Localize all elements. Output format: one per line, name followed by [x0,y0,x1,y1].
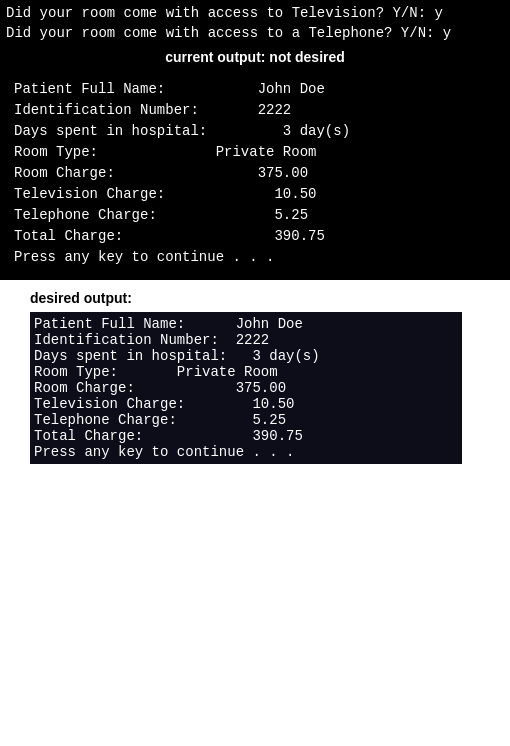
current-tv-charge: Television Charge: 10.50 [14,184,496,205]
current-continue: Press any key to continue . . . [14,247,496,268]
question-line2: Did your room come with access to a Tele… [6,25,451,41]
desired-tv-charge: Television Charge: 10.50 [34,396,458,412]
current-room-type: Room Type: Private Room [14,142,496,163]
white-area: desired output: Patient Full Name: John … [0,280,510,472]
desired-output-box: Patient Full Name: John Doe Identificati… [30,312,462,464]
question-line1: Did your room come with access to Televi… [6,5,443,21]
desired-continue: Press any key to continue . . . [34,444,458,460]
desired-tel-charge: Telephone Charge: 5.25 [34,412,458,428]
current-tel-charge: Telephone Charge: 5.25 [14,205,496,226]
current-output-label: current output: not desired [6,49,504,65]
question-lines: Did your room come with access to Televi… [6,4,504,43]
desired-room-charge: Room Charge: 375.00 [34,380,458,396]
current-days: Days spent in hospital: 3 day(s) [14,121,496,142]
current-room-charge: Room Charge: 375.00 [14,163,496,184]
current-patient-name: Patient Full Name: John Doe [14,79,496,100]
current-output-box: Patient Full Name: John Doe Identificati… [10,75,500,272]
desired-days: Days spent in hospital: 3 day(s) [34,348,458,364]
desired-room-type: Room Type: Private Room [34,364,458,380]
top-section: Did your room come with access to Televi… [0,0,510,280]
desired-output-label: desired output: [30,290,510,306]
desired-id: Identification Number: 2222 [34,332,458,348]
desired-total-charge: Total Charge: 390.75 [34,428,458,444]
current-total-charge: Total Charge: 390.75 [14,226,496,247]
desired-patient-name: Patient Full Name: John Doe [34,316,458,332]
current-id: Identification Number: 2222 [14,100,496,121]
